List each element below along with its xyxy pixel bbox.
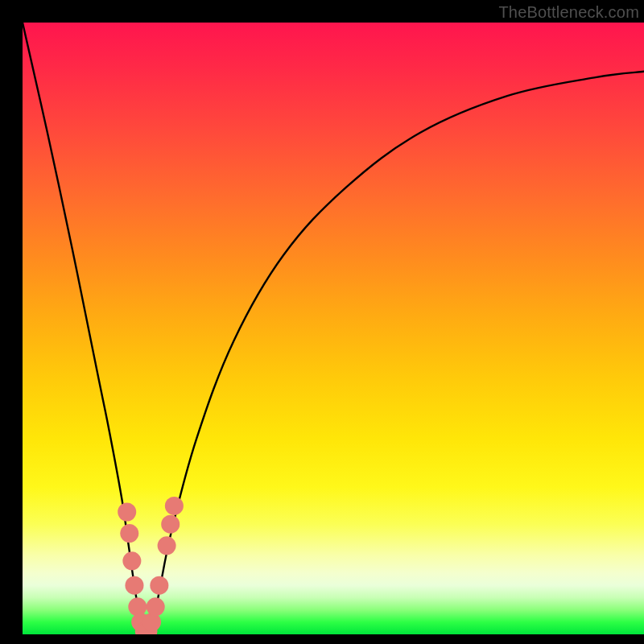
highlight-dot [150,576,168,595]
highlight-dot [131,613,150,631]
watermark-label: TheBottleneck.com [498,3,639,22]
highlight-dot [158,536,176,555]
curve-layer [23,23,644,634]
highlight-dot [165,497,184,515]
plot-area [23,23,644,634]
highlight-dot [122,551,141,570]
highlight-dot [135,622,154,634]
highlight-dot [128,597,147,616]
bottleneck-curve [23,23,644,634]
highlight-dot [147,597,165,616]
highlight-dot [125,576,143,595]
highlight-dot [120,524,138,543]
highlight-dot [138,622,157,634]
highlight-dot [142,613,161,631]
highlight-dot [118,503,136,522]
highlight-dot [161,515,180,534]
chart-frame: TheBottleneck.com [0,0,644,644]
